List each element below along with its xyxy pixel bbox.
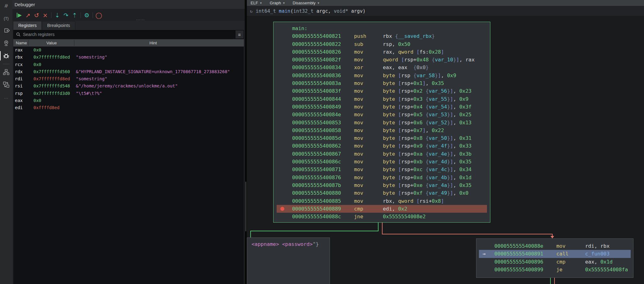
string-literal: <appname> <password> [252, 241, 313, 247]
edge-arrowhead-icon [550, 236, 554, 238]
asm-instruction[interactable]: 0000555555400880movbyte [rsp+0xf {var_49… [277, 189, 487, 197]
block-label[interactable]: main: [277, 24, 487, 32]
sidebar-item-hash[interactable]: # [0, 0, 12, 12]
restart-button[interactable]: ↺ [32, 11, 41, 19]
asm-instruction[interactable]: 0000555555400849movbyte [rsp+0x4 {var_54… [277, 103, 487, 111]
asm-instruction[interactable]: 000055555540082fmovqword [rsp+0x48 {var_… [277, 56, 487, 64]
basic-block-string[interactable]: <appname> <password>"} [247, 237, 330, 284]
function-signature[interactable]: int64_t main(int32_t argc, void* argv) [256, 8, 366, 14]
toolbar-separator [81, 12, 81, 18]
tab-registers[interactable]: Registers [13, 21, 42, 30]
svg-text:#: # [4, 2, 8, 9]
activity-sidebar: #{T}… [0, 0, 13, 284]
register-hint: &"/home/jeremy/crackmes/unlockme/a.out" [76, 83, 178, 88]
chevron-down-icon: ▼ [283, 2, 285, 5]
register-row[interactable]: rax0x0 [13, 47, 244, 54]
search-options-icon[interactable]: ≡ [235, 30, 243, 38]
sidebar-item-swap[interactable] [0, 78, 12, 91]
refresh-icon[interactable]: ↻ [250, 9, 252, 14]
asm-instruction[interactable]: 000055555540083amovbyte [rsp+0x1], 0x35 [277, 79, 487, 87]
asm-instruction[interactable]: 000055555540087bmovbyte [rsp+0xe {var_4a… [277, 181, 487, 189]
graph-canvas[interactable]: main:0000555555400821pushrbx {__saved_rb… [247, 16, 644, 284]
column-hint[interactable]: Hint [75, 39, 231, 47]
tree-icon [2, 69, 10, 76]
view-menubar: ELF▼ Graph▼ Disassembly▼ [247, 0, 644, 6]
asm-instruction[interactable]: 000055555540085dmovbyte [rsp+0x8 {var_50… [277, 134, 487, 142]
asm-instruction[interactable]: 0000555555400885movrbx, qword [rsi+0x8] [277, 197, 487, 205]
column-name[interactable]: Name [16, 39, 27, 47]
asm-instruction[interactable]: 000055555540088emovrdi, rbx [479, 242, 631, 250]
register-search-bar: ≡ [13, 30, 244, 39]
resume-button[interactable]: ▶ [15, 11, 24, 19]
sidebar-item-more[interactable]: … [0, 91, 12, 103]
menu-graph[interactable]: Graph▼ [270, 1, 285, 5]
graph-edge-true [250, 231, 251, 237]
asm-instruction[interactable]: 0000555555400862movbyte [rsp+0x9 {var_4f… [277, 142, 487, 150]
register-row[interactable]: eax0x0 [13, 97, 244, 104]
asm-instruction[interactable]: 000055555540088cjne0x5555554008e2 [277, 213, 487, 220]
graph-edge-true [378, 223, 379, 231]
sidebar-item-tree[interactable] [0, 66, 12, 78]
column-value[interactable]: Value [28, 39, 75, 47]
toolbar-separator [51, 12, 51, 18]
register-hint: "somestring" [76, 76, 107, 81]
debugger-window: { "window": {"title": "Debugger", "width… [0, 0, 644, 284]
basic-block-call[interactable]: 000055555540088emovrdi, rbx→000055555540… [476, 238, 633, 278]
asm-instruction[interactable]: 0000555555400836movbyte [rsp {var_58}], … [277, 72, 487, 79]
basic-block-main[interactable]: main:0000555555400821pushrbx {__saved_rb… [273, 22, 490, 223]
halt-button[interactable]: ◯ [94, 11, 103, 19]
register-row[interactable]: rsi0x7fffffffd548&"/home/jeremy/crackmes… [13, 82, 244, 90]
asm-instruction[interactable]: 0000555555400896cmpeax, 0x1d [479, 258, 631, 266]
panel-splitter[interactable] [245, 0, 247, 284]
asm-instruction[interactable]: 0000555555400822subrsp, 0x50 [277, 40, 487, 48]
search-input[interactable] [22, 32, 235, 37]
register-row[interactable]: rbx0x7fffffffd8ed"somestring" [13, 54, 244, 61]
register-row[interactable]: edi0xffffd8ed [13, 104, 244, 111]
menu-disassembly[interactable]: Disassembly▼ [293, 1, 320, 5]
sidebar-item-pin[interactable] [0, 37, 12, 50]
types-icon: {T} [2, 15, 10, 22]
register-row[interactable]: rdx0x7fffffffd560&"HYPRLAND_INSTANCE_SIG… [13, 68, 244, 75]
asm-instruction[interactable]: 000055555540086cmovbyte [rsp+0xb {var_4d… [277, 158, 487, 166]
graph-edge-false [382, 234, 553, 234]
chevron-down-icon: ▼ [260, 2, 262, 5]
asm-instruction[interactable]: 0000555555400899je0x5555554008fa [479, 266, 631, 273]
asm-instruction[interactable]: 0000555555400867movbyte [rsp+0xa {var_4e… [277, 150, 487, 158]
breakpoint-icon[interactable] [280, 207, 284, 211]
asm-instruction[interactable]: →0000555555400891callc_fun003 [479, 250, 631, 258]
asm-instruction[interactable]: 0000555555400853movbyte [rsp+0x6 {var_52… [277, 119, 487, 126]
sidebar-item-types[interactable]: {T} [0, 12, 12, 25]
swap-icon [2, 81, 10, 88]
asm-instruction[interactable]: 0000555555400858movbyte [rsp+0x7], 0x22 [277, 126, 487, 134]
asm-instruction[interactable]: 0000555555400871movbyte [rsp+0xc {var_4c… [277, 166, 487, 173]
step-over-button[interactable]: ↷ [62, 11, 70, 19]
register-hint: "\t5#\t?%" [76, 91, 102, 96]
sidebar-item-tag[interactable] [0, 25, 12, 37]
settings-button[interactable]: ⚙ [82, 11, 91, 19]
register-row[interactable]: rsp0x7fffffffd3d0"\t5#\t?%" [13, 90, 244, 97]
asm-instruction[interactable]: 000055555540083fmovbyte [rsp+0x2 {var_56… [277, 87, 487, 95]
step-return-button[interactable]: ⇡ [70, 11, 79, 19]
asm-instruction[interactable]: 000055555540084emovbyte [rsp+0x5 {var_53… [277, 111, 487, 118]
panel-title: Debugger [12, 0, 245, 9]
asm-instruction[interactable]: 0000555555400826movrax, qword [fs:0x28] [277, 48, 487, 56]
asm-instruction[interactable]: 0000555555400821pushrbx {__saved_rbx} [277, 32, 487, 40]
register-rows: rax0x0rbx0x7fffffffd8ed"somestring"rcx0x… [13, 47, 244, 112]
register-row[interactable]: rdi0x7fffffffd8ed"somestring" [13, 75, 244, 82]
asm-instruction[interactable]: 0000555555400876movbyte [rsp+0xd {var_4b… [277, 174, 487, 181]
register-hint: "somestring" [76, 55, 107, 60]
splitter-handle[interactable] [245, 182, 246, 231]
register-row[interactable]: rcx0x0 [13, 61, 244, 68]
bug-icon [2, 52, 10, 60]
launch-button[interactable]: ↗ [24, 11, 32, 19]
menu-elf[interactable]: ELF▼ [251, 1, 262, 5]
asm-instruction[interactable]: 0000555555400834xoreax, eax {0x0} [277, 64, 487, 71]
search-icon [16, 32, 20, 37]
tab-breakpoints[interactable]: Breakpoints [42, 21, 75, 30]
kill-button[interactable]: × [41, 11, 50, 19]
sidebar-item-bug[interactable] [0, 50, 12, 62]
step-into-button[interactable]: ⇣ [53, 11, 62, 19]
asm-instruction[interactable]: 0000555555400889cmpedi, 0x2 [277, 205, 487, 213]
asm-instruction[interactable]: 0000555555400844movbyte [rsp+0x3 {var_55… [277, 95, 487, 103]
svg-text:{T}: {T} [4, 16, 9, 21]
